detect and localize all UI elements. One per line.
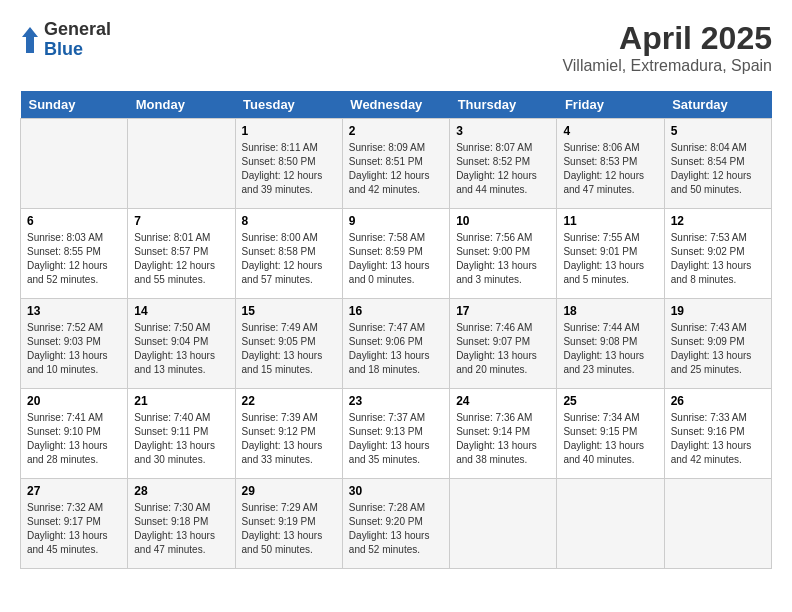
- day-number: 20: [27, 394, 121, 408]
- logo: General Blue: [20, 20, 111, 60]
- day-info: Sunrise: 7:39 AM Sunset: 9:12 PM Dayligh…: [242, 411, 336, 467]
- header-day: Friday: [557, 91, 664, 119]
- day-number: 16: [349, 304, 443, 318]
- calendar-cell: 23Sunrise: 7:37 AM Sunset: 9:13 PM Dayli…: [342, 389, 449, 479]
- day-number: 2: [349, 124, 443, 138]
- day-number: 13: [27, 304, 121, 318]
- calendar-cell: 14Sunrise: 7:50 AM Sunset: 9:04 PM Dayli…: [128, 299, 235, 389]
- calendar-body: 1Sunrise: 8:11 AM Sunset: 8:50 PM Daylig…: [21, 119, 772, 569]
- calendar-cell: 24Sunrise: 7:36 AM Sunset: 9:14 PM Dayli…: [450, 389, 557, 479]
- calendar-cell: 17Sunrise: 7:46 AM Sunset: 9:07 PM Dayli…: [450, 299, 557, 389]
- day-info: Sunrise: 7:29 AM Sunset: 9:19 PM Dayligh…: [242, 501, 336, 557]
- calendar-cell: 13Sunrise: 7:52 AM Sunset: 9:03 PM Dayli…: [21, 299, 128, 389]
- logo-text: General Blue: [44, 20, 111, 60]
- day-number: 5: [671, 124, 765, 138]
- day-number: 26: [671, 394, 765, 408]
- calendar-cell: 1Sunrise: 8:11 AM Sunset: 8:50 PM Daylig…: [235, 119, 342, 209]
- day-info: Sunrise: 7:41 AM Sunset: 9:10 PM Dayligh…: [27, 411, 121, 467]
- day-number: 18: [563, 304, 657, 318]
- day-info: Sunrise: 7:55 AM Sunset: 9:01 PM Dayligh…: [563, 231, 657, 287]
- day-number: 28: [134, 484, 228, 498]
- calendar-cell: 16Sunrise: 7:47 AM Sunset: 9:06 PM Dayli…: [342, 299, 449, 389]
- calendar-cell: 18Sunrise: 7:44 AM Sunset: 9:08 PM Dayli…: [557, 299, 664, 389]
- page-title: April 2025: [562, 20, 772, 57]
- day-info: Sunrise: 7:33 AM Sunset: 9:16 PM Dayligh…: [671, 411, 765, 467]
- header-row: SundayMondayTuesdayWednesdayThursdayFrid…: [21, 91, 772, 119]
- calendar-cell: 25Sunrise: 7:34 AM Sunset: 9:15 PM Dayli…: [557, 389, 664, 479]
- day-number: 21: [134, 394, 228, 408]
- calendar-cell: [664, 479, 771, 569]
- calendar-row: 13Sunrise: 7:52 AM Sunset: 9:03 PM Dayli…: [21, 299, 772, 389]
- day-info: Sunrise: 8:03 AM Sunset: 8:55 PM Dayligh…: [27, 231, 121, 287]
- day-info: Sunrise: 8:11 AM Sunset: 8:50 PM Dayligh…: [242, 141, 336, 197]
- header-day: Sunday: [21, 91, 128, 119]
- day-number: 12: [671, 214, 765, 228]
- day-number: 19: [671, 304, 765, 318]
- day-info: Sunrise: 7:28 AM Sunset: 9:20 PM Dayligh…: [349, 501, 443, 557]
- calendar-cell: 15Sunrise: 7:49 AM Sunset: 9:05 PM Dayli…: [235, 299, 342, 389]
- calendar-cell: 29Sunrise: 7:29 AM Sunset: 9:19 PM Dayli…: [235, 479, 342, 569]
- day-number: 4: [563, 124, 657, 138]
- calendar-cell: 6Sunrise: 8:03 AM Sunset: 8:55 PM Daylig…: [21, 209, 128, 299]
- calendar-cell: 22Sunrise: 7:39 AM Sunset: 9:12 PM Dayli…: [235, 389, 342, 479]
- day-number: 22: [242, 394, 336, 408]
- day-info: Sunrise: 8:04 AM Sunset: 8:54 PM Dayligh…: [671, 141, 765, 197]
- calendar-cell: 26Sunrise: 7:33 AM Sunset: 9:16 PM Dayli…: [664, 389, 771, 479]
- calendar-cell: 21Sunrise: 7:40 AM Sunset: 9:11 PM Dayli…: [128, 389, 235, 479]
- calendar-cell: 19Sunrise: 7:43 AM Sunset: 9:09 PM Dayli…: [664, 299, 771, 389]
- day-info: Sunrise: 7:40 AM Sunset: 9:11 PM Dayligh…: [134, 411, 228, 467]
- logo-blue: Blue: [44, 40, 111, 60]
- calendar-cell: 3Sunrise: 8:07 AM Sunset: 8:52 PM Daylig…: [450, 119, 557, 209]
- calendar-cell: 2Sunrise: 8:09 AM Sunset: 8:51 PM Daylig…: [342, 119, 449, 209]
- day-number: 1: [242, 124, 336, 138]
- day-info: Sunrise: 8:07 AM Sunset: 8:52 PM Dayligh…: [456, 141, 550, 197]
- day-info: Sunrise: 7:30 AM Sunset: 9:18 PM Dayligh…: [134, 501, 228, 557]
- header-day: Wednesday: [342, 91, 449, 119]
- day-number: 10: [456, 214, 550, 228]
- day-number: 27: [27, 484, 121, 498]
- calendar-cell: 11Sunrise: 7:55 AM Sunset: 9:01 PM Dayli…: [557, 209, 664, 299]
- calendar-cell: 20Sunrise: 7:41 AM Sunset: 9:10 PM Dayli…: [21, 389, 128, 479]
- header-day: Tuesday: [235, 91, 342, 119]
- day-info: Sunrise: 7:49 AM Sunset: 9:05 PM Dayligh…: [242, 321, 336, 377]
- day-number: 23: [349, 394, 443, 408]
- day-number: 11: [563, 214, 657, 228]
- day-info: Sunrise: 7:52 AM Sunset: 9:03 PM Dayligh…: [27, 321, 121, 377]
- logo-general: General: [44, 20, 111, 40]
- day-number: 24: [456, 394, 550, 408]
- calendar-cell: 10Sunrise: 7:56 AM Sunset: 9:00 PM Dayli…: [450, 209, 557, 299]
- day-info: Sunrise: 7:58 AM Sunset: 8:59 PM Dayligh…: [349, 231, 443, 287]
- calendar-header: SundayMondayTuesdayWednesdayThursdayFrid…: [21, 91, 772, 119]
- calendar-row: 20Sunrise: 7:41 AM Sunset: 9:10 PM Dayli…: [21, 389, 772, 479]
- day-number: 6: [27, 214, 121, 228]
- calendar-cell: 9Sunrise: 7:58 AM Sunset: 8:59 PM Daylig…: [342, 209, 449, 299]
- calendar-cell: 12Sunrise: 7:53 AM Sunset: 9:02 PM Dayli…: [664, 209, 771, 299]
- day-info: Sunrise: 7:37 AM Sunset: 9:13 PM Dayligh…: [349, 411, 443, 467]
- day-number: 9: [349, 214, 443, 228]
- day-number: 30: [349, 484, 443, 498]
- logo-icon: [20, 25, 40, 55]
- day-info: Sunrise: 7:34 AM Sunset: 9:15 PM Dayligh…: [563, 411, 657, 467]
- day-number: 25: [563, 394, 657, 408]
- day-number: 15: [242, 304, 336, 318]
- day-info: Sunrise: 7:32 AM Sunset: 9:17 PM Dayligh…: [27, 501, 121, 557]
- page-header: General Blue April 2025 Villamiel, Extre…: [20, 20, 772, 75]
- svg-marker-0: [22, 27, 38, 53]
- day-info: Sunrise: 7:53 AM Sunset: 9:02 PM Dayligh…: [671, 231, 765, 287]
- header-day: Thursday: [450, 91, 557, 119]
- calendar-row: 1Sunrise: 8:11 AM Sunset: 8:50 PM Daylig…: [21, 119, 772, 209]
- day-number: 14: [134, 304, 228, 318]
- day-number: 29: [242, 484, 336, 498]
- calendar-cell: 8Sunrise: 8:00 AM Sunset: 8:58 PM Daylig…: [235, 209, 342, 299]
- day-info: Sunrise: 7:46 AM Sunset: 9:07 PM Dayligh…: [456, 321, 550, 377]
- calendar-cell: [450, 479, 557, 569]
- day-info: Sunrise: 7:47 AM Sunset: 9:06 PM Dayligh…: [349, 321, 443, 377]
- page-subtitle: Villamiel, Extremadura, Spain: [562, 57, 772, 75]
- day-number: 7: [134, 214, 228, 228]
- calendar-cell: 7Sunrise: 8:01 AM Sunset: 8:57 PM Daylig…: [128, 209, 235, 299]
- calendar-cell: 5Sunrise: 8:04 AM Sunset: 8:54 PM Daylig…: [664, 119, 771, 209]
- calendar-cell: [128, 119, 235, 209]
- calendar-table: SundayMondayTuesdayWednesdayThursdayFrid…: [20, 91, 772, 569]
- calendar-cell: [21, 119, 128, 209]
- day-info: Sunrise: 7:56 AM Sunset: 9:00 PM Dayligh…: [456, 231, 550, 287]
